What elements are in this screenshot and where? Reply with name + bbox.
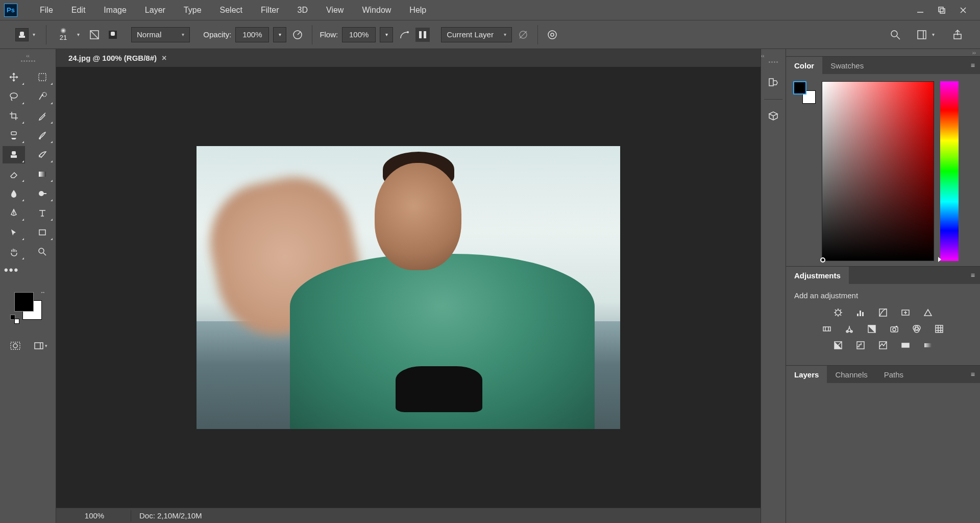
type-tool[interactable] xyxy=(31,204,54,222)
share-icon[interactable] xyxy=(950,28,965,42)
tab-adjustments[interactable]: Adjustments xyxy=(786,267,849,284)
gradient-tool[interactable] xyxy=(31,165,54,183)
curves-icon[interactable] xyxy=(877,307,889,318)
menu-file[interactable]: File xyxy=(31,0,62,20)
ignore-adjustment-icon[interactable] xyxy=(516,28,530,42)
maximize-icon[interactable] xyxy=(937,6,946,15)
foreground-background-colors[interactable]: ↔ xyxy=(10,288,46,324)
menu-select[interactable]: Select xyxy=(211,0,252,20)
zoom-tool[interactable] xyxy=(31,243,54,260)
opacity-dropdown[interactable]: ▾ xyxy=(273,27,286,42)
menu-3d[interactable]: 3D xyxy=(288,0,317,20)
swap-colors-icon[interactable]: ↔ xyxy=(40,289,46,295)
collapse-dock-icon[interactable]: ‹‹ xyxy=(761,52,786,59)
tab-swatches[interactable]: Swatches xyxy=(822,57,872,74)
foreground-color-swatch[interactable] xyxy=(14,292,34,312)
brush-tool[interactable] xyxy=(31,127,54,144)
screen-mode-icon[interactable]: ▾ xyxy=(33,339,48,352)
zoom-level[interactable]: 100% xyxy=(66,511,122,520)
pen-tool[interactable] xyxy=(3,204,25,222)
workspace-dropdown[interactable]: ▾ xyxy=(932,32,938,37)
exposure-icon[interactable] xyxy=(900,307,911,318)
hand-tool[interactable] xyxy=(3,243,25,260)
brush-preset-dropdown[interactable]: ▾ xyxy=(77,32,83,37)
pressure-opacity-icon[interactable] xyxy=(290,28,305,42)
close-tab-icon[interactable]: × xyxy=(162,54,166,63)
eraser-tool[interactable] xyxy=(3,165,25,183)
panel-menu-icon[interactable]: ≡ xyxy=(966,370,980,378)
canvas-viewport[interactable] xyxy=(56,67,761,508)
opacity-input[interactable]: 100% xyxy=(235,27,269,42)
tab-channels[interactable]: Channels xyxy=(827,366,875,383)
panel-menu-icon[interactable]: ≡ xyxy=(966,61,980,69)
flow-dropdown[interactable]: ▾ xyxy=(380,27,393,42)
brush-panel-icon[interactable] xyxy=(87,28,102,42)
tab-paths[interactable]: Paths xyxy=(876,366,912,383)
menu-filter[interactable]: Filter xyxy=(252,0,288,20)
brightness-contrast-icon[interactable] xyxy=(832,307,844,318)
panel-menu-icon[interactable]: ≡ xyxy=(966,271,980,279)
history-panel-icon[interactable] xyxy=(764,74,782,92)
tab-layers[interactable]: Layers xyxy=(786,366,827,383)
collapse-tools-icon[interactable]: ‹‹ xyxy=(0,52,56,59)
hue-saturation-icon[interactable] xyxy=(821,323,832,335)
invert-icon[interactable] xyxy=(832,340,844,351)
document-tab[interactable]: 24.jpg @ 100% (RGB/8#) × xyxy=(62,49,173,67)
current-tool-icon[interactable] xyxy=(15,28,29,41)
rectangle-tool[interactable] xyxy=(31,224,54,241)
quick-mask-icon[interactable] xyxy=(8,339,23,352)
edit-toolbar-button[interactable]: ••• xyxy=(0,260,56,283)
flow-input[interactable]: 100% xyxy=(342,27,376,42)
levels-icon[interactable] xyxy=(855,307,866,318)
color-balance-icon[interactable] xyxy=(844,323,855,335)
panel-fgbg-colors[interactable] xyxy=(793,81,816,104)
menu-type[interactable]: Type xyxy=(175,0,211,20)
workspace-icon[interactable] xyxy=(915,28,929,42)
grip-icon[interactable] xyxy=(17,60,39,64)
tool-preset-dropdown[interactable]: ▾ xyxy=(33,32,39,37)
pressure-size-icon[interactable] xyxy=(545,28,559,42)
aligned-icon[interactable] xyxy=(415,28,430,42)
crop-tool[interactable] xyxy=(3,107,25,125)
eyedropper-tool[interactable] xyxy=(31,107,54,125)
airbrush-icon[interactable] xyxy=(397,28,411,42)
doc-info[interactable]: Doc: 2,10M/2,10M xyxy=(139,511,202,520)
blend-mode-select[interactable]: Normal ▾ xyxy=(131,27,190,42)
marquee-tool[interactable] xyxy=(31,68,54,86)
lasso-tool[interactable] xyxy=(3,88,25,105)
panel-fg-swatch[interactable] xyxy=(793,81,806,94)
menu-image[interactable]: Image xyxy=(94,0,135,20)
sample-select[interactable]: Current Layer ▾ xyxy=(441,27,512,42)
history-brush-tool[interactable] xyxy=(31,146,54,163)
clone-source-icon[interactable] xyxy=(106,28,120,42)
move-tool[interactable] xyxy=(3,68,25,86)
menu-window[interactable]: Window xyxy=(353,0,400,20)
color-field[interactable] xyxy=(822,81,934,261)
search-icon[interactable] xyxy=(888,28,902,42)
gradient-map-icon[interactable] xyxy=(900,340,911,351)
color-lookup-icon[interactable] xyxy=(934,323,945,335)
quick-select-tool[interactable] xyxy=(31,88,54,105)
threshold-icon[interactable] xyxy=(877,340,889,351)
vibrance-icon[interactable] xyxy=(922,307,934,318)
minimize-icon[interactable] xyxy=(916,6,925,15)
default-colors-icon[interactable] xyxy=(10,315,19,324)
menu-view[interactable]: View xyxy=(317,0,353,20)
grip-icon[interactable] xyxy=(762,61,785,65)
dodge-tool[interactable] xyxy=(31,185,54,202)
posterize-icon[interactable] xyxy=(855,340,866,351)
close-icon[interactable] xyxy=(959,6,968,15)
collapse-panels-icon[interactable]: ›› xyxy=(786,49,980,56)
libraries-panel-icon[interactable] xyxy=(764,107,782,125)
brush-preview[interactable]: 21 xyxy=(54,27,73,43)
channel-mixer-icon[interactable] xyxy=(911,323,922,335)
menu-edit[interactable]: Edit xyxy=(62,0,95,20)
clone-stamp-tool[interactable] xyxy=(3,146,25,163)
menu-help[interactable]: Help xyxy=(400,0,435,20)
healing-brush-tool[interactable] xyxy=(3,127,25,144)
menu-layer[interactable]: Layer xyxy=(136,0,175,20)
blur-tool[interactable] xyxy=(3,185,25,202)
photo-filter-icon[interactable] xyxy=(889,323,900,335)
tab-color[interactable]: Color xyxy=(786,57,822,74)
selective-color-icon[interactable] xyxy=(922,340,934,351)
